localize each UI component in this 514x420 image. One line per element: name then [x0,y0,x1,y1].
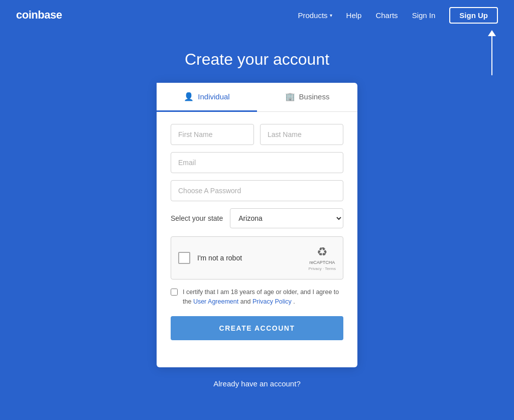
business-icon: 🏢 [285,92,295,101]
nav-products[interactable]: Products ▾ [298,11,332,20]
privacy-policy-link[interactable]: Privacy Policy [252,298,292,305]
footer-already-text: Already have an account? [213,379,300,388]
page-title: Create your account [185,50,329,69]
recaptcha-icon: ♻ [317,245,328,259]
user-agreement-link[interactable]: User Agreement [193,298,238,305]
last-name-input[interactable] [260,124,343,145]
main-content: Create your account 👤 Individual 🏢 Busin… [0,30,514,388]
state-label: Select your state [171,214,223,222]
recaptcha-left: I'm not a robot [178,252,242,264]
account-type-tabs: 👤 Individual 🏢 Business [157,83,357,112]
recaptcha-links: Privacy · Terms [308,266,336,271]
recaptcha-box: I'm not a robot ♻ reCAPTCHA Privacy · Te… [171,236,343,279]
password-input[interactable] [171,180,343,201]
recaptcha-brand: reCAPTCHA [309,260,335,265]
signup-card: 👤 Individual 🏢 Business Select your stat… [157,83,357,367]
individual-icon: 👤 [184,92,194,101]
state-select[interactable]: Arizona Alabama Alaska Arkansas Californ… [230,208,343,228]
form-body: Select your state Arizona Alabama Alaska… [157,112,357,352]
signup-button[interactable]: Sign Up [449,7,498,24]
navbar: coinbase Products ▾ Help Charts Sign In … [0,0,514,30]
create-account-button[interactable]: CREATE ACCOUNT [171,316,343,340]
email-input[interactable] [171,152,343,173]
nav-signin[interactable]: Sign In [412,11,436,20]
tab-business[interactable]: 🏢 Business [257,83,357,112]
recaptcha-checkbox[interactable] [178,252,190,264]
terms-row: I certify that I am 18 years of age or o… [171,288,343,307]
nav-links: Products ▾ Help Charts Sign In Sign Up [298,7,498,24]
nav-help[interactable]: Help [346,11,362,20]
name-row [171,124,343,145]
arrow-line [491,35,492,75]
recaptcha-logo: ♻ reCAPTCHA Privacy · Terms [308,245,336,271]
logo[interactable]: coinbase [16,9,62,22]
first-name-input[interactable] [171,124,254,145]
recaptcha-label: I'm not a robot [197,254,242,262]
state-row: Select your state Arizona Alabama Alaska… [171,208,343,228]
nav-charts[interactable]: Charts [375,11,398,20]
terms-text: I certify that I am 18 years of age or o… [183,288,343,307]
chevron-down-icon: ▾ [330,13,332,18]
terms-checkbox[interactable] [171,289,178,296]
tab-individual[interactable]: 👤 Individual [157,83,257,112]
arrow-indicator [488,30,496,75]
